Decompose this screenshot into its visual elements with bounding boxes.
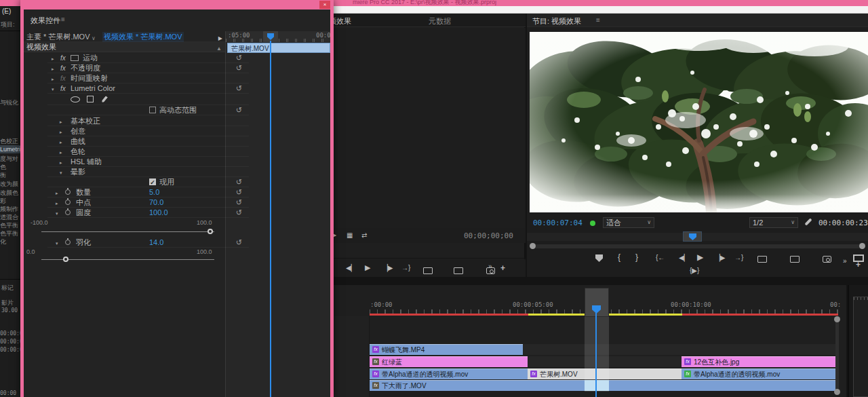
- floating-title-bar[interactable]: ×: [20, 0, 334, 10]
- disclosure-icon[interactable]: ▸: [60, 137, 62, 147]
- param-value[interactable]: 5.0: [149, 187, 159, 197]
- disclosure-icon[interactable]: ▸: [60, 147, 62, 157]
- master-clip-label[interactable]: 主要 * 芒果树.MOV: [26, 32, 90, 42]
- more-buttons-chevron[interactable]: »: [488, 263, 492, 270]
- section-vignette[interactable]: ▾ 晕影: [47, 167, 249, 177]
- effect-item[interactable]: 与锐化: [0, 98, 18, 107]
- zoom-level-dropdown[interactable]: 适合 ∨: [603, 217, 654, 228]
- tab-metadata[interactable]: 元数据: [429, 16, 451, 26]
- button-editor-plus[interactable]: +: [500, 263, 505, 273]
- disclosure-icon[interactable]: ▾: [52, 84, 54, 94]
- program-playhead-head[interactable]: [683, 231, 702, 242]
- panel-menu-icon[interactable]: ≡: [596, 16, 600, 24]
- disclosure-icon[interactable]: ▸: [56, 188, 58, 198]
- effect-item[interactable]: 改为颜: [0, 180, 18, 189]
- menu-bar-strip[interactable]: [334, 6, 868, 14]
- section-basic-correction[interactable]: ▸ 基本校正: [47, 116, 249, 126]
- roundness-slider[interactable]: [41, 231, 214, 232]
- pen-mask-icon[interactable]: [101, 96, 108, 103]
- vscroll-knob-bottom[interactable]: [834, 389, 840, 395]
- step-forward-button[interactable]: ▕▶: [715, 254, 725, 261]
- loop-button[interactable]: {▶}: [690, 267, 699, 274]
- collapse-up-icon[interactable]: ▲: [216, 43, 222, 54]
- section-curves[interactable]: ▸ 曲线: [47, 136, 249, 147]
- effect-row-opacity[interactable]: ▸ fx 不透明度 ↺: [47, 63, 249, 73]
- ec-clip-bar[interactable]: 芒果树.MOV: [227, 43, 330, 53]
- timeline-clip[interactable]: fx带Alpha通道的透明视频.mov: [370, 368, 528, 379]
- goto-out-button[interactable]: →}: [401, 264, 410, 271]
- reset-icon[interactable]: ↺: [236, 177, 242, 187]
- roundness-slider-knob[interactable]: [208, 229, 213, 234]
- vscroll-knob-top[interactable]: [834, 316, 840, 322]
- rect-mask-icon[interactable]: [87, 96, 94, 102]
- ec-playhead-line[interactable]: [270, 41, 271, 397]
- stopwatch-icon[interactable]: [65, 200, 71, 205]
- more-buttons-chevron[interactable]: »: [843, 257, 847, 265]
- playback-resolution-dropdown[interactable]: 1/2 ∨: [749, 217, 798, 228]
- menu-item-edit-fragment[interactable]: (E): [2, 7, 11, 15]
- feather-slider-knob[interactable]: [63, 257, 68, 262]
- disclosure-icon[interactable]: ▾: [56, 238, 58, 248]
- ec-section-video-effects[interactable]: 视频效果 ▲: [24, 42, 225, 52]
- disclosure-icon[interactable]: ▸: [60, 127, 62, 137]
- program-playhead-marker[interactable]: [689, 233, 696, 240]
- play-button[interactable]: ▶: [697, 252, 703, 262]
- timeline-clip[interactable]: fx红绿蓝: [370, 356, 528, 367]
- step-back-button[interactable]: ◀▏: [346, 264, 356, 271]
- disclosure-icon[interactable]: ▸: [56, 198, 58, 208]
- reset-icon[interactable]: ↺: [236, 105, 242, 115]
- sequence-clip-label[interactable]: 视频效果 * 芒果树.MOV: [102, 32, 184, 42]
- disclosure-icon[interactable]: ▸: [52, 64, 54, 74]
- timeline-clip[interactable]: fx带Alpha通道的透明视频.mov: [682, 368, 838, 379]
- reset-icon[interactable]: ↺: [236, 63, 242, 73]
- hdr-checkbox[interactable]: [149, 107, 156, 113]
- panel-menu-icon[interactable]: ≡: [61, 16, 65, 23]
- goto-in-button[interactable]: {←: [656, 254, 665, 261]
- lift-button[interactable]: [757, 256, 767, 263]
- ec-playhead-marker[interactable]: [267, 33, 274, 40]
- effect-item-selected[interactable]: Lumetri: [0, 145, 20, 153]
- source-timecode[interactable]: 00;00;00;00: [464, 231, 513, 240]
- play-button[interactable]: ▶: [365, 263, 370, 272]
- effect-row-time-remap[interactable]: ▸ fx 时间重映射: [47, 73, 249, 83]
- ellipse-mask-icon[interactable]: [71, 96, 80, 102]
- fx-icon[interactable]: fx: [60, 63, 66, 73]
- program-current-timecode[interactable]: 00:00:07:04: [533, 219, 583, 227]
- dropped-frame-indicator[interactable]: [590, 221, 595, 226]
- disclosure-icon[interactable]: ▸: [52, 74, 54, 84]
- reset-icon[interactable]: ↺: [236, 53, 242, 63]
- section-creative[interactable]: ▸ 创意: [47, 126, 249, 136]
- step-back-button[interactable]: ◀▏: [679, 254, 689, 261]
- section-hsl[interactable]: ▸ HSL 辅助: [47, 157, 249, 167]
- reset-icon[interactable]: ↺: [236, 83, 242, 94]
- close-button[interactable]: ×: [319, 1, 330, 9]
- swap-icon[interactable]: ⇄: [361, 231, 367, 239]
- effect-row-lumetri[interactable]: ▾ fx Lumetri Color ↺: [47, 83, 249, 94]
- reset-icon[interactable]: ↺: [236, 197, 242, 208]
- export-frame-button[interactable]: [823, 256, 831, 263]
- effect-item[interactable]: 衡: [0, 171, 6, 180]
- insert-button[interactable]: [423, 267, 433, 274]
- param-value[interactable]: 70.0: [149, 197, 163, 208]
- extract-button[interactable]: [790, 256, 800, 263]
- param-value[interactable]: 100.0: [149, 208, 168, 218]
- active-checkbox[interactable]: ✓: [149, 178, 156, 185]
- timeline-playhead-line[interactable]: [595, 313, 597, 397]
- settings-wrench-icon[interactable]: [804, 218, 812, 225]
- disclosure-icon[interactable]: ▾: [60, 168, 62, 178]
- add-marker-button[interactable]: [595, 254, 603, 262]
- disclosure-icon[interactable]: ▸: [60, 117, 62, 127]
- timeline-clip[interactable]: fx12色互补色.jpg: [682, 356, 838, 367]
- scrollbar-knob-left[interactable]: [530, 243, 536, 249]
- timeline-vscrollbar[interactable]: [835, 318, 839, 392]
- reset-icon[interactable]: ↺: [236, 187, 242, 197]
- fx-icon[interactable]: fx: [60, 53, 66, 63]
- stopwatch-icon[interactable]: [65, 210, 71, 215]
- section-color-wheels[interactable]: ▸ 色轮: [47, 147, 249, 157]
- mark-out-button[interactable]: }: [635, 252, 638, 262]
- param-value[interactable]: 14.0: [149, 238, 163, 248]
- disclosure-icon[interactable]: ▸: [60, 157, 62, 168]
- ec-ruler[interactable]: :05:00 00:0: [226, 31, 330, 42]
- reset-icon[interactable]: ↺: [236, 208, 242, 218]
- fx-icon-disabled[interactable]: fx: [60, 73, 66, 83]
